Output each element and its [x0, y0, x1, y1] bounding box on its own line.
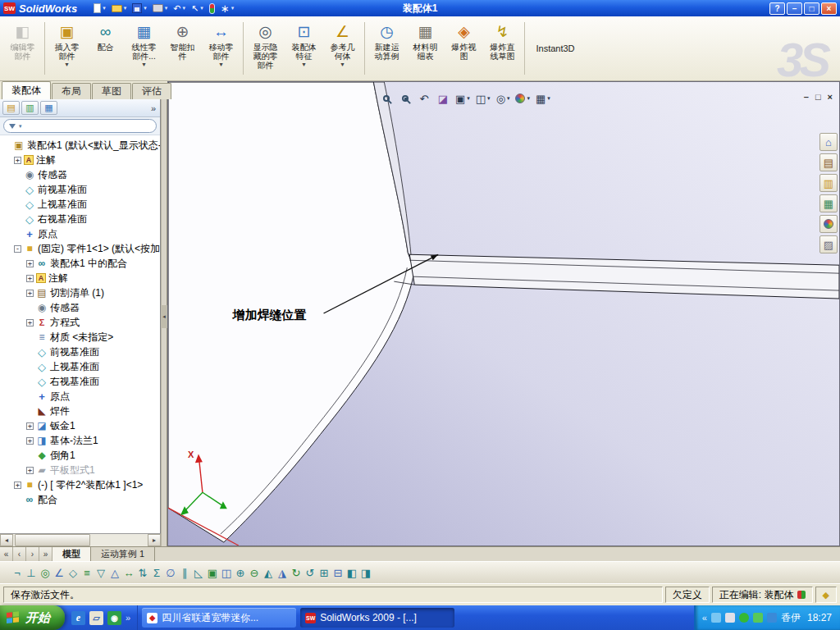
tree-item-material[interactable]: 材质 <未指定> [0, 330, 160, 345]
apply-scene-button[interactable]: ▾ [534, 90, 552, 107]
tab-motion-study-1[interactable]: 运动算例 1 [91, 547, 155, 561]
tray-icon-1[interactable] [711, 613, 721, 623]
chevron-down-icon[interactable]: ▾ [527, 95, 530, 102]
custom-properties-button[interactable] [819, 235, 838, 253]
expand-toggle-icon[interactable]: + [26, 260, 34, 267]
bottom-toolbar-icon[interactable]: ⊖ [249, 568, 260, 578]
chevron-down-icon[interactable]: ▾ [165, 5, 168, 11]
view-palette-button[interactable] [819, 194, 838, 212]
solidworks-resources-button[interactable] [819, 133, 838, 151]
bottom-toolbar-icon[interactable]: ◫ [221, 568, 232, 578]
expand-toggle-icon[interactable]: + [26, 319, 34, 326]
display-style-button[interactable]: ▾ [474, 90, 492, 107]
bottom-toolbar-icon[interactable]: ▽ [95, 568, 107, 578]
bottom-toolbar-icon[interactable]: ⊥ [25, 568, 37, 578]
tab-model[interactable]: 模型 [52, 547, 91, 561]
bottom-toolbar-icon[interactable]: ∥ [179, 568, 190, 578]
taskbar-task-solidworks[interactable]: SolidWorks 2009 - [...] [300, 608, 454, 628]
toolbar-button-bill-of-materials[interactable]: 材料明 细表 [406, 18, 445, 79]
bottom-toolbar-icon[interactable]: ↔ [123, 568, 135, 578]
zoom-fit-button[interactable] [378, 90, 395, 107]
tree-horizontal-scrollbar[interactable]: ◂ ▸ [0, 533, 161, 546]
tree-item-assembly1[interactable]: 装配体1 (默认<默认_显示状态- [0, 138, 160, 153]
toolbar-button-reference-geometry[interactable]: 参考几 何体▼ [323, 18, 362, 79]
tab-sketch[interactable]: 草图 [92, 83, 131, 99]
tab-nav-next-button[interactable]: › [26, 547, 39, 561]
expand-toggle-icon[interactable]: + [26, 467, 34, 474]
bottom-toolbar-icon[interactable]: ¬ [11, 568, 23, 578]
tree-item-annotations[interactable]: +注解 [0, 153, 160, 167]
chevron-down-icon[interactable]: ▾ [144, 5, 147, 11]
tree-item-origin[interactable]: 原点 [0, 389, 160, 404]
internet-explorer-icon[interactable] [71, 611, 85, 625]
bottom-toolbar-icon[interactable]: Σ [151, 568, 162, 578]
chevron-down-icon[interactable]: ▼ [64, 62, 70, 68]
tab-evaluate[interactable]: 评估 [132, 83, 171, 99]
panel-overflow-chevron[interactable]: » [151, 103, 158, 113]
expand-toggle-icon[interactable]: + [14, 482, 21, 489]
bottom-toolbar-icon[interactable]: ⇅ [137, 568, 148, 578]
expand-toggle-icon[interactable]: + [26, 437, 34, 445]
expand-toggle-icon[interactable]: + [26, 275, 34, 282]
tree-item-part1[interactable]: -(固定) 零件1<1> (默认<按加 [0, 241, 160, 256]
toolbar-button-smart-fasteners[interactable]: 智能扣 件 [163, 18, 202, 79]
start-button[interactable]: 开始 [0, 605, 65, 630]
document-restore-button[interactable]: □ [815, 92, 821, 102]
tray-clock[interactable]: 18:27 [807, 612, 832, 623]
bottom-toolbar-icon[interactable]: ⊞ [318, 568, 330, 578]
chevron-down-icon[interactable]: ▼ [218, 62, 224, 68]
expand-toggle-icon[interactable]: + [26, 290, 34, 297]
file-explorer-button[interactable] [819, 174, 838, 192]
tree-item-sensors[interactable]: 传感器 [0, 300, 160, 315]
bottom-toolbar-icon[interactable]: ◭ [262, 568, 274, 578]
toolbar-button-exploded-view[interactable]: 爆炸视 图 [445, 18, 483, 79]
bottom-toolbar-icon[interactable]: ↺ [304, 568, 316, 578]
tree-item-sensors[interactable]: 传感器 [0, 167, 160, 182]
tree-item-mates[interactable]: 配合 [0, 492, 160, 507]
maximize-button[interactable]: □ [804, 2, 819, 15]
tree-item-flat-pattern1[interactable]: +平板型式1 [0, 463, 160, 477]
bottom-toolbar-icon[interactable]: ◇ [67, 568, 79, 578]
toolbar-button-mate[interactable]: 配合 [86, 18, 125, 79]
tree-item-right-plane[interactable]: 右视基准面 [0, 374, 160, 389]
select-button[interactable]: ▾ [189, 2, 205, 15]
show-desktop-icon[interactable] [89, 611, 103, 625]
tree-item-cut-list[interactable]: +切割清单 (1) [0, 285, 160, 300]
save-button[interactable]: ▾ [130, 2, 148, 15]
rebuild-button[interactable] [208, 2, 217, 15]
chevron-down-icon[interactable]: ▾ [231, 5, 235, 11]
tree-item-top-plane[interactable]: 上视基准面 [0, 197, 160, 212]
tray-icon-5[interactable] [767, 613, 777, 623]
toolbar-button-show-hidden-components[interactable]: 显示隐 藏的零 部件 [246, 18, 285, 79]
featuremanager-tree-tab[interactable] [2, 101, 20, 115]
help-button[interactable]: ? [769, 2, 785, 15]
bottom-toolbar-icon[interactable]: ◺ [193, 568, 204, 578]
chevron-down-icon[interactable]: ▾ [547, 95, 550, 102]
options-button[interactable]: ▾ [219, 2, 235, 15]
appearances-button[interactable] [819, 215, 838, 233]
media-player-icon[interactable] [107, 611, 121, 625]
tree-item-top-plane[interactable]: 上视基准面 [0, 359, 160, 374]
chevron-down-icon[interactable]: ▾ [124, 5, 127, 11]
tray-icon-4[interactable] [753, 613, 763, 623]
scroll-left-button[interactable]: ◂ [0, 534, 13, 546]
expand-toggle-icon[interactable]: + [14, 157, 21, 164]
chevron-down-icon[interactable]: ▾ [487, 95, 491, 102]
bottom-toolbar-icon[interactable]: ◮ [276, 568, 288, 578]
bottom-toolbar-icon[interactable]: ▣ [207, 568, 218, 578]
undo-button[interactable]: ▾ [171, 2, 187, 15]
open-button[interactable]: ▾ [110, 2, 129, 15]
chevron-down-icon[interactable]: ▼ [340, 62, 345, 68]
bottom-toolbar-icon[interactable]: ◎ [39, 568, 51, 578]
quick-launch-chevron[interactable]: » [126, 613, 130, 623]
tree-item-part2[interactable]: +(-) [ 零件2^装配体1 ]<1> [0, 477, 160, 492]
design-library-button[interactable] [819, 153, 838, 171]
bottom-toolbar-icon[interactable]: ◧ [346, 568, 358, 578]
edit-appearance-button[interactable]: ▾ [514, 90, 532, 107]
print-button[interactable]: ▾ [151, 2, 170, 15]
scroll-right-button[interactable]: ▸ [148, 534, 161, 546]
taskbar-task-browser[interactable]: 四川省联通宽带迷你... [142, 608, 296, 628]
tray-chevron[interactable]: « [702, 613, 707, 623]
expand-toggle-icon[interactable]: + [26, 422, 34, 430]
tree-item-right-plane[interactable]: 右视基准面 [0, 212, 160, 226]
